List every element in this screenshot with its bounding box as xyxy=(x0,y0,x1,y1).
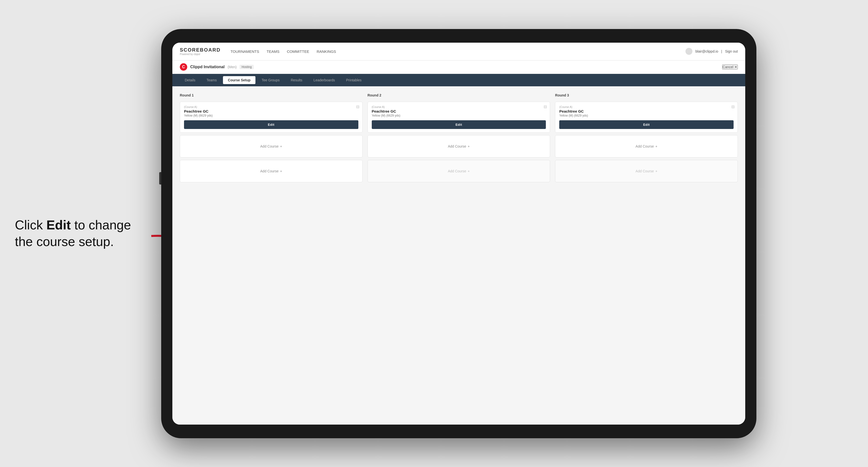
nav-tournaments[interactable]: TOURNAMENTS xyxy=(230,49,259,54)
tab-details[interactable]: Details xyxy=(180,76,200,84)
annotation-text: Click Edit to change the course setup. xyxy=(15,217,144,250)
round-1-course-card: ⊟ (Course A) Peachtree GC Yellow (M) (66… xyxy=(180,102,363,133)
round-1-add-course-1-text: Add Course + xyxy=(260,144,282,148)
tab-nav: Details Teams Course Setup Tee Groups Re… xyxy=(173,74,745,86)
round-3-delete-button[interactable]: ⊟ xyxy=(731,104,735,109)
user-email: blair@clippd.io xyxy=(695,49,718,53)
tablet-screen: SCOREBOARD Powered by clippd TOURNAMENTS… xyxy=(173,43,745,425)
tab-tee-groups[interactable]: Tee Groups xyxy=(257,76,284,84)
round-1-add-course-2-text: Add Course + xyxy=(260,169,282,173)
top-nav: SCOREBOARD Powered by clippd TOURNAMENTS… xyxy=(173,43,745,61)
hosting-badge: Hosting xyxy=(240,65,254,69)
round-3-course-card: ⊟ (Course A) Peachtree GC Yellow (M) (66… xyxy=(555,102,738,133)
round-1-course-detail: Yellow (M) (6629 yds) xyxy=(184,114,359,117)
plus-icon-5: + xyxy=(655,144,657,148)
round-1-delete-button[interactable]: ⊟ xyxy=(356,104,359,109)
round-3-course-label: (Course A) xyxy=(559,105,734,108)
round-3-course-detail: Yellow (M) (6629 yds) xyxy=(559,114,734,117)
scoreboard-logo: SCOREBOARD Powered by clippd xyxy=(180,47,220,56)
sign-out-link[interactable]: Sign out xyxy=(725,49,738,53)
round-2-course-name: Peachtree GC xyxy=(372,109,546,113)
round-3-add-course-1[interactable]: Add Course + xyxy=(555,135,738,157)
nav-left: SCOREBOARD Powered by clippd TOURNAMENTS… xyxy=(180,47,336,56)
round-1-column: Round 1 ⊟ (Course A) Peachtree GC Yellow… xyxy=(180,93,363,182)
main-content: Round 1 ⊟ (Course A) Peachtree GC Yellow… xyxy=(173,86,745,425)
nav-right: blair@clippd.io | Sign out xyxy=(685,48,738,55)
plus-icon-4: + xyxy=(468,169,470,173)
round-2-add-course-1[interactable]: Add Course + xyxy=(368,135,550,157)
round-3-edit-button[interactable]: Edit xyxy=(559,120,734,129)
round-1-add-course-2[interactable]: Add Course + xyxy=(180,160,363,182)
round-2-course-card: ⊟ (Course A) Peachtree GC Yellow (M) (66… xyxy=(368,102,550,133)
tournament-name: Clippd Invitational xyxy=(190,65,225,69)
tab-course-setup[interactable]: Course Setup xyxy=(223,76,255,84)
round-1-edit-button[interactable]: Edit xyxy=(184,120,359,129)
tablet-frame: SCOREBOARD Powered by clippd TOURNAMENTS… xyxy=(161,29,756,438)
round-2-add-course-2: Add Course + xyxy=(368,160,550,182)
cancel-button[interactable]: Cancel ✕ xyxy=(722,64,738,69)
round-3-column: Round 3 ⊟ (Course A) Peachtree GC Yellow… xyxy=(555,93,738,182)
user-avatar xyxy=(685,48,692,55)
round-1-add-course-1[interactable]: Add Course + xyxy=(180,135,363,157)
round-2-course-label: (Course A) xyxy=(372,105,546,108)
tournament-gender: (Men) xyxy=(228,65,237,69)
scoreboard-title: SCOREBOARD xyxy=(180,47,220,53)
round-2-add-course-2-text: Add Course + xyxy=(448,169,470,173)
round-1-header: Round 1 xyxy=(180,93,363,97)
round-3-add-course-1-text: Add Course + xyxy=(636,144,657,148)
plus-icon-2: + xyxy=(280,169,282,173)
tournament-title: C Clippd Invitational (Men) Hosting xyxy=(180,63,254,71)
round-2-delete-button[interactable]: ⊟ xyxy=(544,104,547,109)
clippd-icon: C xyxy=(180,63,187,71)
nav-rankings[interactable]: RANKINGS xyxy=(317,49,336,54)
tab-teams[interactable]: Teams xyxy=(202,76,222,84)
plus-icon-1: + xyxy=(280,144,282,148)
nav-separator: | xyxy=(721,49,722,53)
round-1-course-label: (Course A) xyxy=(184,105,359,108)
round-2-edit-button[interactable]: Edit xyxy=(372,120,546,129)
round-2-add-course-1-text: Add Course + xyxy=(448,144,470,148)
round-3-course-name: Peachtree GC xyxy=(559,109,734,113)
round-3-add-course-2-text: Add Course + xyxy=(636,169,657,173)
tab-results[interactable]: Results xyxy=(286,76,307,84)
round-3-header: Round 3 xyxy=(555,93,738,97)
plus-icon-6: + xyxy=(655,169,657,173)
round-2-column: Round 2 ⊟ (Course A) Peachtree GC Yellow… xyxy=(368,93,550,182)
plus-icon-3: + xyxy=(468,144,470,148)
nav-links: TOURNAMENTS TEAMS COMMITTEE RANKINGS xyxy=(230,49,336,54)
scoreboard-subtitle: Powered by clippd xyxy=(180,53,220,56)
round-2-course-detail: Yellow (M) (6629 yds) xyxy=(372,114,546,117)
sub-nav: C Clippd Invitational (Men) Hosting Canc… xyxy=(173,61,745,74)
nav-committee[interactable]: COMMITTEE xyxy=(287,49,309,54)
nav-teams[interactable]: TEAMS xyxy=(267,49,279,54)
round-2-header: Round 2 xyxy=(368,93,550,97)
rounds-grid: Round 1 ⊟ (Course A) Peachtree GC Yellow… xyxy=(180,93,738,182)
tab-printables[interactable]: Printables xyxy=(341,76,367,84)
tab-leaderboards[interactable]: Leaderboards xyxy=(309,76,340,84)
round-3-add-course-2: Add Course + xyxy=(555,160,738,182)
round-1-course-name: Peachtree GC xyxy=(184,109,359,113)
